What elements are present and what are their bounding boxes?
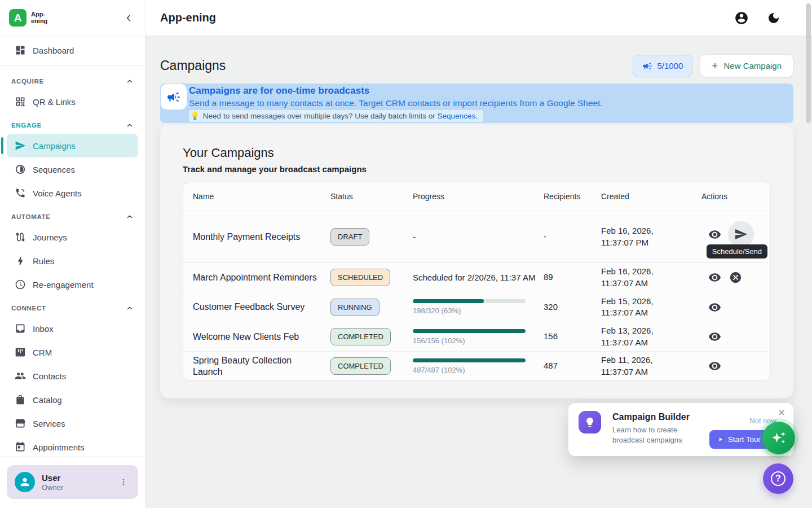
eye-icon [708, 330, 721, 343]
campaign-name: March Appointment Reminders [193, 272, 330, 283]
sidebar-item-qr-links[interactable]: QR & Links [7, 90, 138, 113]
schedule-send-tooltip: Schedule/Send [707, 244, 767, 259]
popup-body: Campaign Builder Learn how to create bro… [612, 411, 703, 449]
campaign-quota-badge[interactable]: 5/1000 [633, 55, 692, 77]
bag-icon [15, 394, 26, 405]
progress-bar [413, 358, 526, 362]
row-actions [701, 270, 770, 285]
send-icon [15, 140, 26, 151]
sidebar-item-re-engagement[interactable]: Re-engagement [7, 273, 138, 296]
user-avatar [15, 472, 35, 492]
sidebar-item-label: Sequences [33, 165, 75, 174]
recipients-value: 487 [544, 360, 601, 371]
user-card[interactable]: User Owner [7, 465, 138, 499]
table-row: Customer Feedback Survey RUNNING 198/320… [183, 292, 770, 322]
sidebar-item-catalog[interactable]: Catalog [7, 388, 138, 411]
sidebar-item-crm[interactable]: CRM [7, 340, 138, 364]
sequences-link[interactable]: Sequences [438, 112, 476, 120]
banner-megaphone-box [161, 84, 187, 110]
user-menu-button[interactable] [117, 475, 130, 489]
sidebar-item-voice-agents[interactable]: Voice Agents [7, 181, 138, 205]
sidebar-logo-row: A App- ening [0, 0, 145, 36]
sidebar-item-inbox[interactable]: Inbox [7, 317, 138, 340]
section-label: ENGAGE [11, 122, 42, 129]
new-campaign-button[interactable]: + New Campaign [700, 54, 793, 77]
scrollbar-thumb[interactable] [806, 3, 811, 123]
account-button[interactable] [733, 10, 750, 27]
view-button[interactable] [707, 358, 722, 374]
sequence-icon [15, 164, 26, 175]
help-fab[interactable]: ? [763, 463, 793, 494]
send-icon [734, 227, 748, 241]
schedule-send-button[interactable] [728, 221, 754, 247]
user-role: Owner [42, 483, 63, 492]
megaphone-icon [642, 61, 652, 71]
chevron-left-icon [123, 13, 134, 23]
close-icon[interactable]: ✕ [778, 408, 785, 418]
sidebar-section-acquire[interactable]: ACQUIRE [7, 69, 138, 90]
sidebar-item-dashboard[interactable]: Dashboard [7, 38, 138, 62]
view-button[interactable] [707, 227, 722, 242]
page-head-actions: 5/1000 + New Campaign [633, 54, 793, 77]
phone-icon [15, 187, 26, 199]
new-campaign-label: New Campaign [723, 61, 782, 71]
banner-subtitle: Send a message to many contacts at once.… [189, 98, 603, 108]
eye-icon [708, 360, 721, 373]
ai-assistant-fab[interactable] [762, 422, 795, 454]
storefront-icon [15, 418, 26, 429]
lightbulb-emoji-icon: 💡 [190, 111, 200, 120]
sidebar-item-label: Services [33, 419, 65, 428]
view-button[interactable] [707, 300, 722, 315]
table-row: Welcome New Clients Feb COMPLETED 156/15… [183, 322, 770, 351]
sidebar-item-rules[interactable]: Rules [7, 249, 138, 273]
kanban-icon [15, 347, 26, 358]
sidebar-item-journeys[interactable]: Journeys [7, 225, 138, 249]
dark-mode-toggle[interactable] [766, 10, 782, 26]
progress-cell: 156/156 (102%) [413, 329, 544, 345]
cancel-button[interactable] [728, 270, 743, 285]
column-header-name: Name [193, 192, 330, 201]
progress-label: 487/487 (102%) [413, 366, 536, 374]
info-banner: Campaigns are for one-time broadcasts Se… [160, 84, 793, 123]
card-subtitle: Track and manage your broadcast campaign… [183, 164, 771, 174]
sidebar-section-connect[interactable]: CONNECT [7, 296, 138, 317]
sidebar-item-label: Voice Agents [33, 189, 82, 198]
progress-bar-fill [413, 329, 526, 333]
sidebar-item-sequences[interactable]: Sequences [7, 157, 138, 181]
popup-title: Campaign Builder [612, 412, 703, 422]
sidebar-item-appointments[interactable]: Appointments [7, 435, 138, 457]
eye-icon [708, 228, 721, 241]
progress-bar-fill [413, 299, 484, 303]
created-date: Feb 15, 2026,11:37:07 AM [601, 296, 701, 319]
lightbulb-icon [579, 411, 601, 433]
view-button[interactable] [707, 329, 722, 344]
sidebar-section-automate[interactable]: AUTOMATE [7, 205, 138, 225]
sidebar-item-label: Inbox [33, 324, 54, 334]
column-header-actions: Actions [701, 192, 770, 201]
sidebar-item-campaigns[interactable]: Campaigns [7, 134, 138, 157]
sidebar-item-label: Rules [33, 256, 54, 266]
eye-icon [708, 271, 721, 284]
campaign-name: Customer Feedback Survey [193, 301, 330, 313]
sidebar-item-label: Campaigns [33, 141, 76, 151]
sidebar-item-label: Contacts [33, 371, 66, 381]
sidebar: A App- ening Dashboard ACQUIRE QR & Link… [0, 0, 145, 508]
view-button[interactable] [707, 270, 722, 285]
row-actions [701, 211, 770, 247]
sidebar-collapse-button[interactable] [121, 11, 136, 25]
route-icon [15, 231, 26, 243]
sidebar-item-contacts[interactable]: Contacts [7, 364, 138, 388]
app-logo-text: App- ening [31, 11, 47, 24]
sidebar-section-engage[interactable]: ENGAGE [7, 113, 138, 134]
progress-bar [413, 299, 526, 303]
megaphone-icon [166, 90, 181, 104]
topbar: App-ening [145, 0, 812, 36]
table-row: Spring Beauty Collection Launch COMPLETE… [183, 351, 770, 380]
row-actions [701, 329, 770, 344]
sidebar-item-label: CRM [33, 348, 52, 357]
play-icon [717, 436, 723, 443]
page-title: Campaigns [160, 58, 226, 73]
sidebar-item-services[interactable]: Services [7, 411, 138, 435]
qr-code-icon [15, 96, 26, 107]
moon-icon [767, 11, 780, 25]
